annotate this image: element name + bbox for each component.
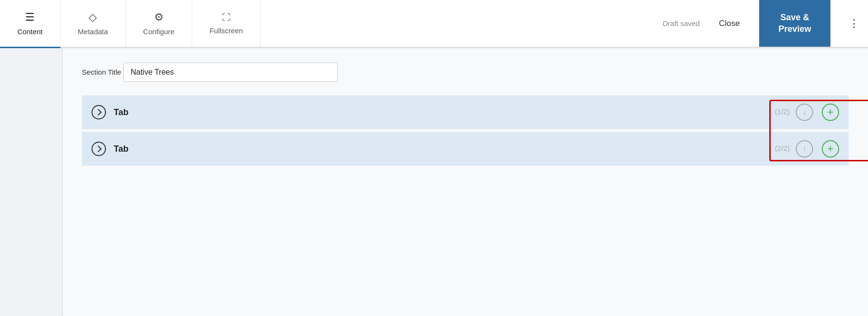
tab-content[interactable]: ☰ Content bbox=[0, 0, 61, 48]
tab-row-inner-1: Tab bbox=[92, 105, 775, 119]
tab-row-inner-2: Tab bbox=[92, 142, 775, 156]
save-preview-label: Save & Preview bbox=[778, 13, 811, 33]
table-row: Tab (1/2) ↓ bbox=[82, 95, 849, 129]
section-title-input[interactable] bbox=[123, 63, 338, 82]
add-tab-after-1-button[interactable] bbox=[822, 104, 839, 121]
tab-1-actions: (1/2) ↓ bbox=[775, 104, 839, 121]
tab-fullscreen[interactable]: ⛶ Fullscreen bbox=[192, 0, 261, 47]
tab-list: Tab (1/2) ↓ bbox=[82, 95, 849, 169]
table-row: Tab (2/2) ↑ bbox=[82, 132, 849, 166]
content-panel: Section Title Tab (1/2) ↓ bbox=[63, 48, 868, 316]
fullscreen-icon: ⛶ bbox=[222, 13, 231, 23]
tab-1-label: Tab bbox=[114, 107, 129, 118]
tab-content-label: Content bbox=[17, 27, 43, 36]
tab-fullscreen-label: Fullscreen bbox=[210, 26, 243, 35]
expand-tab-2-button[interactable] bbox=[92, 142, 106, 156]
tab-2-label: Tab bbox=[114, 144, 129, 154]
close-button[interactable]: Close bbox=[709, 14, 749, 33]
expand-tab-1-button[interactable] bbox=[92, 105, 106, 119]
configure-icon: ⚙ bbox=[154, 11, 164, 24]
toolbar-right: Draft saved Close Save & Preview ⋮ bbox=[663, 0, 868, 47]
tab-1-position: (1/2) bbox=[775, 107, 790, 116]
move-down-button-1[interactable]: ↓ bbox=[796, 104, 813, 121]
plus-icon bbox=[828, 143, 834, 155]
section-title-label: Section Title bbox=[82, 68, 121, 76]
save-preview-button[interactable]: Save & Preview bbox=[759, 0, 830, 47]
tab-configure-label: Configure bbox=[143, 27, 174, 36]
chevron-right-icon bbox=[95, 109, 102, 116]
toolbar: ☰ Content ◇ Metadata ⚙ Configure ⛶ Fulls… bbox=[0, 0, 868, 48]
add-tab-after-2-button[interactable] bbox=[822, 140, 839, 158]
draft-status: Draft saved bbox=[663, 19, 700, 27]
more-options-button[interactable]: ⋮ bbox=[840, 17, 868, 30]
tab-2-actions: (2/2) ↑ bbox=[775, 140, 839, 158]
more-icon: ⋮ bbox=[849, 17, 859, 30]
sidebar-gutter bbox=[0, 48, 63, 316]
content-icon: ☰ bbox=[25, 11, 35, 24]
tab-configure[interactable]: ⚙ Configure bbox=[126, 0, 192, 47]
main-content: Section Title Tab (1/2) ↓ bbox=[0, 48, 868, 316]
arrow-down-icon: ↓ bbox=[802, 108, 806, 117]
move-up-button-2[interactable]: ↑ bbox=[796, 140, 813, 158]
metadata-icon: ◇ bbox=[89, 11, 97, 24]
tab-2-position: (2/2) bbox=[775, 144, 790, 152]
chevron-right-icon bbox=[95, 145, 102, 152]
tab-metadata[interactable]: ◇ Metadata bbox=[61, 0, 126, 47]
plus-icon bbox=[828, 106, 834, 118]
arrow-up-icon: ↑ bbox=[802, 145, 806, 153]
tab-metadata-label: Metadata bbox=[78, 27, 108, 36]
